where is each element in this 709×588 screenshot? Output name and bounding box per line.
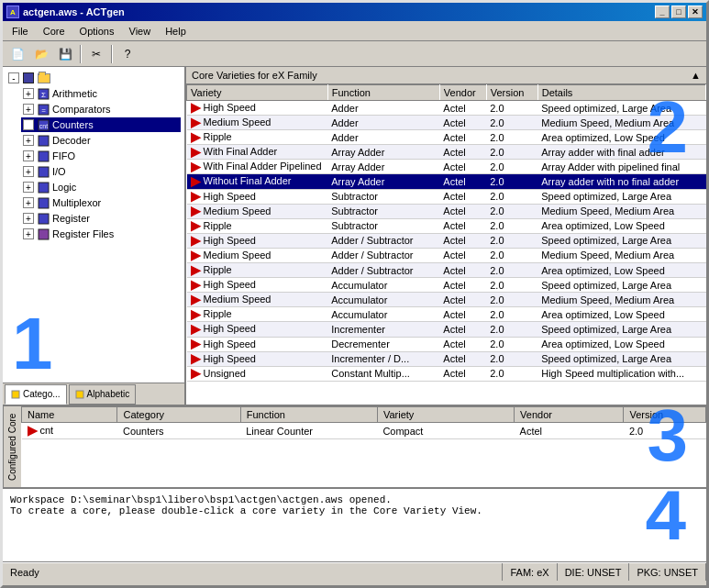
counters-label: Counters [52, 119, 94, 130]
variety-row[interactable]: High SpeedAdderActel2.0Speed optimized, … [187, 101, 706, 116]
row-icon [191, 117, 202, 128]
col-details[interactable]: Details [537, 85, 705, 101]
counters-icon: cnt [37, 118, 50, 131]
variety-row[interactable]: High SpeedIncrementer / D...Actel2.0Spee… [187, 351, 706, 366]
variety-row[interactable]: Medium SpeedSubtractorActel2.0Medium Spe… [187, 204, 706, 218]
sidebar-item-counters[interactable]: + cnt Counters [21, 117, 181, 132]
tree-root-item[interactable]: - [6, 71, 181, 85]
sidebar-item-decoder[interactable]: + Decoder [21, 133, 181, 148]
window-title: actgen.aws - ACTgen [23, 6, 125, 17]
variety-table-scroll[interactable]: Variety Function Vendor Version Details … [186, 84, 706, 405]
conf-col-vendor[interactable]: Vendor [515, 407, 624, 423]
menu-file[interactable]: File [5, 24, 36, 39]
row-icon [191, 236, 202, 247]
tree-expand-root[interactable]: - [8, 72, 19, 83]
expand-comparators[interactable]: + [23, 104, 34, 115]
expand-decoder[interactable]: + [23, 135, 34, 146]
console-area: Workspace D:\seminar\bsp1\libero\bsp1\ac… [3, 489, 706, 562]
row-icon [191, 309, 202, 320]
variety-row[interactable]: Medium SpeedAccumulatorActel2.0Medium Sp… [187, 293, 706, 307]
close-button[interactable]: ✕ [688, 6, 703, 18]
conf-col-function[interactable]: Function [240, 407, 377, 423]
expand-io[interactable]: + [23, 166, 34, 177]
io-label: I/O [52, 166, 66, 177]
io-icon [37, 165, 50, 178]
tab-alphabetic[interactable]: Alphabetic [69, 384, 137, 405]
variety-row[interactable]: With Final Adder PipelinedArray AdderAct… [187, 160, 706, 174]
row-icon [191, 354, 202, 365]
variety-row[interactable]: UnsignedConstant Multip...Actel2.0High S… [187, 366, 706, 381]
configured-table-scroll[interactable]: Name Category Function Variety Vendor Ve… [21, 406, 706, 487]
svg-text:=: = [41, 106, 46, 115]
conf-col-variety[interactable]: Variety [377, 407, 514, 423]
expand-fifo[interactable]: + [23, 150, 34, 161]
menu-core[interactable]: Core [36, 24, 72, 39]
menu-view[interactable]: View [122, 24, 159, 39]
variety-row[interactable]: High SpeedAccumulatorActel2.0Speed optim… [187, 278, 706, 293]
configured-row[interactable]: cntCountersLinear CounterCompactActel2.0 [22, 423, 706, 439]
conf-col-name[interactable]: Name [22, 407, 117, 423]
expand-register[interactable]: + [23, 213, 34, 224]
tab-category-label: Catego... [23, 389, 61, 399]
expand-multiplexor[interactable]: + [23, 197, 34, 208]
sidebar-item-arithmetic[interactable]: + Σ Arithmetic [21, 86, 181, 101]
register-icon [37, 212, 50, 225]
sidebar-item-multiplexor[interactable]: + Multiplexor [21, 195, 181, 210]
expand-arithmetic[interactable]: + [23, 88, 34, 99]
svg-rect-7 [39, 151, 49, 161]
variety-row[interactable]: High SpeedIncrementerActel2.0Speed optim… [187, 322, 706, 337]
toolbar-save[interactable]: 💾 [54, 44, 76, 64]
row-icon [191, 280, 202, 291]
variety-row[interactable]: Medium SpeedAdder / SubtractorActel2.0Me… [187, 248, 706, 262]
col-variety[interactable]: Variety [187, 85, 328, 101]
variety-row[interactable]: Medium SpeedAdderActel2.0Medium Speed, M… [187, 116, 706, 130]
maximize-button[interactable]: □ [671, 6, 686, 18]
variety-row[interactable]: RippleAdder / SubtractorActel2.0Area opt… [187, 263, 706, 278]
expand-counters[interactable]: + [23, 119, 34, 130]
toolbar-cut[interactable]: ✂ [85, 44, 107, 64]
folder-icon-root [38, 72, 50, 84]
minimize-button[interactable]: _ [655, 6, 670, 18]
variety-row[interactable]: RippleSubtractorActel2.0Area optimized, … [187, 218, 706, 233]
sidebar-item-comparators[interactable]: + = Comparators [21, 102, 181, 116]
sidebar-item-register[interactable]: + Register [21, 211, 181, 226]
status-fam: FAM: eX [503, 563, 557, 581]
variety-row[interactable]: High SpeedDecrementerActel2.0Area optimi… [187, 337, 706, 351]
tree-inner: - + Σ A [3, 67, 184, 246]
svg-rect-13 [12, 391, 19, 398]
col-vendor[interactable]: Vendor [439, 85, 486, 101]
status-die: DIE: UNSET [558, 563, 630, 581]
menu-options[interactable]: Options [72, 24, 122, 39]
conf-col-category[interactable]: Category [117, 407, 240, 423]
toolbar-help[interactable]: ? [116, 44, 138, 64]
tab-category[interactable]: Catego... [5, 384, 67, 405]
sidebar-item-io[interactable]: + I/O [21, 164, 181, 179]
svg-rect-11 [39, 214, 49, 224]
sidebar-item-fifo[interactable]: + FIFO [21, 149, 181, 163]
tab-alphabetic-label: Alphabetic [87, 389, 130, 399]
expand-logic[interactable]: + [23, 182, 34, 193]
col-function[interactable]: Function [327, 85, 439, 101]
tree-children: + Σ Arithmetic + = Comparators [21, 86, 181, 241]
toolbar-open[interactable]: 📂 [30, 44, 52, 64]
conf-col-version[interactable]: Version [624, 407, 706, 423]
col-version[interactable]: Version [486, 85, 537, 101]
variety-row[interactable]: With Final AdderArray AdderActel2.0Array… [187, 145, 706, 160]
menu-help[interactable]: Help [158, 24, 194, 39]
variety-row[interactable]: RippleAdderActel2.0Area optimized, Low S… [187, 130, 706, 145]
toolbar-new[interactable]: 📄 [6, 44, 28, 64]
variety-panel: Core Varieties for eX Family ▲ Variety F… [186, 67, 706, 405]
variety-row[interactable]: RippleAccumulatorActel2.0Area optimized,… [187, 307, 706, 322]
row-icon [191, 325, 202, 336]
row-icon [191, 177, 202, 188]
row-icon [191, 339, 202, 350]
svg-rect-14 [76, 391, 83, 398]
row-icon [191, 294, 202, 305]
expand-register-files[interactable]: + [23, 228, 34, 239]
variety-row[interactable]: High SpeedSubtractorActel2.0Speed optimi… [187, 189, 706, 204]
sidebar-item-register-files[interactable]: + Register Files [21, 227, 181, 241]
register-files-label: Register Files [52, 228, 114, 239]
variety-row[interactable]: Without Final AdderArray AdderActel2.0Ar… [187, 174, 706, 189]
variety-row[interactable]: High SpeedAdder / SubtractorActel2.0Spee… [187, 233, 706, 248]
sidebar-item-logic[interactable]: + Logic [21, 180, 181, 194]
